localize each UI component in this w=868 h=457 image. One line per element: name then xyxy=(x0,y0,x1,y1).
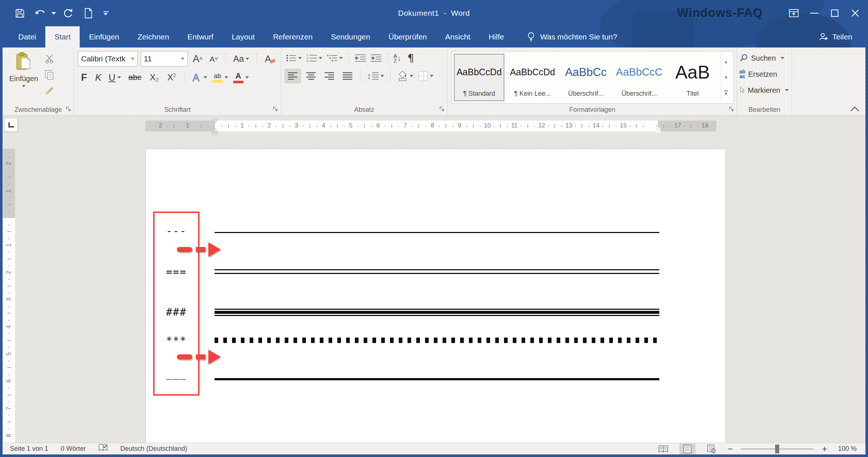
ruler-vnum: 7 xyxy=(5,405,12,412)
undo-button[interactable] xyxy=(32,5,49,21)
font-dialog-launcher[interactable] xyxy=(273,106,278,113)
subscript-button[interactable]: X2 xyxy=(147,71,162,84)
align-center-button[interactable] xyxy=(303,69,319,83)
paste-button[interactable]: Einfügen xyxy=(6,51,41,104)
ruler-vtick xyxy=(7,286,11,286)
document-page[interactable]: ---===###***___ xyxy=(145,149,726,443)
proofing-status[interactable] xyxy=(98,443,108,454)
highlight-button[interactable]: ab xyxy=(211,70,230,85)
underline-button[interactable]: U xyxy=(106,71,123,84)
grow-font-button[interactable]: A˄ xyxy=(191,52,205,66)
ruler-vdot xyxy=(8,238,10,239)
zoom-in-button[interactable]: + xyxy=(822,444,827,454)
ruler-vdot xyxy=(8,306,10,307)
justify-button[interactable] xyxy=(340,69,356,83)
zoom-out-button[interactable]: − xyxy=(728,444,733,454)
tab--berpr-fen[interactable]: Überprüfen xyxy=(379,26,436,47)
ruler-vtick xyxy=(7,259,11,259)
bold-button[interactable]: F xyxy=(78,71,90,84)
web-layout-button[interactable] xyxy=(704,443,720,454)
style-sample: AaBbCcDd xyxy=(510,54,555,90)
tab-start[interactable]: Start xyxy=(45,26,80,47)
zoom-slider-thumb[interactable] xyxy=(775,445,779,453)
show-paragraph-marks-button[interactable]: ¶ xyxy=(404,51,417,65)
style-card[interactable]: AaBbCcDd¶ Standard xyxy=(454,54,504,101)
clipboard-dialog-launcher[interactable] xyxy=(66,106,71,113)
italic-button[interactable]: K xyxy=(92,71,104,84)
font-name-select[interactable]: Calibri (Textk xyxy=(78,51,138,66)
clear-formatting-button[interactable]: A xyxy=(262,52,278,66)
style-card[interactable]: AaBbCcÜberschrif... xyxy=(561,54,611,101)
select-button[interactable]: Markieren xyxy=(739,83,789,97)
tab-einf-gen[interactable]: Einfügen xyxy=(80,26,128,47)
ruler-hdot xyxy=(588,126,590,127)
zoom-level[interactable]: 100 % xyxy=(838,445,857,453)
numbering-button[interactable]: 123 xyxy=(305,51,324,65)
tab-zeichnen[interactable]: Zeichnen xyxy=(128,26,178,47)
ribbon-display-options-button[interactable] xyxy=(784,0,804,26)
sort-button[interactable]: A Z ↓ xyxy=(392,51,402,65)
zoom-slider[interactable] xyxy=(741,449,814,449)
tab-datei[interactable]: Datei xyxy=(9,26,45,47)
hanging-indent-marker[interactable] xyxy=(212,128,218,132)
shading-button[interactable] xyxy=(395,69,415,83)
word-count[interactable]: 0 Wörter xyxy=(61,445,86,453)
autoformat-line-thin xyxy=(215,232,659,233)
font-size-select[interactable]: 11 xyxy=(141,51,188,66)
align-left-button[interactable] xyxy=(285,69,301,83)
undo-dropdown-icon[interactable] xyxy=(52,12,56,15)
align-right-button[interactable] xyxy=(321,69,337,83)
increase-indent-button[interactable] xyxy=(369,51,383,65)
style-card[interactable]: AaBbCcDd¶ Kein Lee... xyxy=(507,54,558,101)
superscript-button[interactable]: X2 xyxy=(164,71,179,84)
line-spacing-button[interactable]: ↕ xyxy=(365,69,386,83)
tab-ansicht[interactable]: Ansicht xyxy=(436,26,480,47)
styles-more-button[interactable]: ▼ xyxy=(721,85,731,101)
strikethrough-button[interactable]: abc xyxy=(125,71,144,84)
tell-me-box[interactable]: Was möchten Sie tun? xyxy=(513,26,621,47)
shrink-font-button[interactable]: A˅ xyxy=(208,52,220,66)
bullet-list-icon xyxy=(286,54,296,62)
share-button[interactable]: Teilen xyxy=(819,26,865,47)
change-case-button[interactable]: Aa xyxy=(231,52,251,66)
format-painter-button[interactable] xyxy=(41,85,57,97)
maximize-button[interactable] xyxy=(825,0,845,26)
first-line-indent-marker[interactable] xyxy=(212,119,218,123)
style-card[interactable]: AaBTitel xyxy=(667,54,718,101)
multilevel-list-button[interactable] xyxy=(326,51,344,65)
paragraph-dialog-launcher[interactable] xyxy=(439,106,445,113)
language-status[interactable]: Deutsch (Deutschland) xyxy=(120,445,187,453)
close-button[interactable] xyxy=(845,0,865,26)
tab-hilfe[interactable]: Hilfe xyxy=(480,26,513,47)
page-count[interactable]: Seite 1 von 1 xyxy=(10,445,48,453)
minimize-button[interactable] xyxy=(804,0,825,26)
read-mode-button[interactable] xyxy=(655,443,671,454)
cut-button[interactable] xyxy=(41,53,57,65)
tab-referenzen[interactable]: Referenzen xyxy=(264,26,322,47)
tab-sendungen[interactable]: Sendungen xyxy=(322,26,379,47)
shading-dropdown-icon xyxy=(410,75,413,77)
save-button[interactable] xyxy=(11,5,28,21)
tab-entwurf[interactable]: Entwurf xyxy=(178,26,223,47)
print-layout-button[interactable] xyxy=(679,443,695,454)
styles-dialog-launcher[interactable] xyxy=(729,106,734,113)
text-effects-button[interactable]: A xyxy=(189,70,209,85)
new-document-button[interactable] xyxy=(80,5,97,21)
redo-button[interactable] xyxy=(60,5,76,21)
font-color-button[interactable]: A xyxy=(232,70,250,85)
find-button[interactable]: Suchen xyxy=(739,51,789,65)
decrease-indent-button[interactable] xyxy=(353,51,367,65)
tab-layout[interactable]: Layout xyxy=(223,26,264,47)
tab-stop-selector[interactable] xyxy=(4,118,18,132)
styles-scroll-down-button[interactable]: ▼ xyxy=(721,69,731,85)
borders-button[interactable] xyxy=(417,69,435,83)
cursor-arrow-icon xyxy=(739,86,745,95)
replace-button[interactable]: ab ac Ersetzen xyxy=(739,67,789,81)
left-indent-marker[interactable] xyxy=(212,133,218,136)
style-card[interactable]: AaBbCcCÜberschrif... xyxy=(614,54,664,101)
bullets-button[interactable] xyxy=(285,51,303,65)
customize-qat-button[interactable] xyxy=(101,11,111,15)
collapse-ribbon-button[interactable] xyxy=(850,106,860,113)
styles-scroll-up-button[interactable]: ▲ xyxy=(721,54,731,69)
copy-button[interactable] xyxy=(41,69,57,81)
